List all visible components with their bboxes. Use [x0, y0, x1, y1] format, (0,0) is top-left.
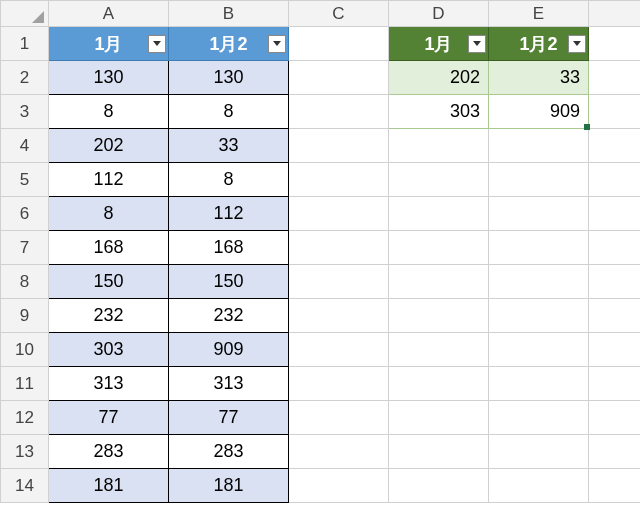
cell[interactable] — [389, 401, 489, 435]
row-header[interactable]: 13 — [1, 435, 49, 469]
cell[interactable] — [289, 27, 389, 61]
cell[interactable]: 8 — [169, 163, 289, 197]
row-header[interactable]: 11 — [1, 367, 49, 401]
cell[interactable]: 202 — [389, 61, 489, 95]
cell[interactable]: 303 — [49, 333, 169, 367]
row-header[interactable]: 8 — [1, 265, 49, 299]
cell[interactable]: 8 — [49, 95, 169, 129]
cell[interactable] — [489, 265, 589, 299]
cell[interactable] — [489, 163, 589, 197]
row-header[interactable]: 5 — [1, 163, 49, 197]
cell[interactable]: 168 — [49, 231, 169, 265]
cell[interactable] — [589, 265, 641, 299]
cell[interactable] — [489, 129, 589, 163]
col-header-C[interactable]: C — [289, 1, 389, 27]
cell[interactable] — [389, 469, 489, 503]
select-all-corner[interactable] — [0, 0, 48, 26]
cell[interactable]: 130 — [169, 61, 289, 95]
cell[interactable]: 150 — [49, 265, 169, 299]
filter-dropdown-icon[interactable] — [468, 35, 486, 53]
cell[interactable] — [289, 197, 389, 231]
cell[interactable]: 1月 — [389, 27, 489, 61]
cell[interactable]: 181 — [169, 469, 289, 503]
cell[interactable] — [289, 129, 389, 163]
cell[interactable]: 150 — [169, 265, 289, 299]
row-header[interactable]: 1 — [1, 27, 49, 61]
cell[interactable]: 33 — [489, 61, 589, 95]
row-header[interactable]: 9 — [1, 299, 49, 333]
cell[interactable] — [589, 197, 641, 231]
row-header[interactable]: 4 — [1, 129, 49, 163]
cell[interactable] — [289, 469, 389, 503]
cell[interactable]: 283 — [49, 435, 169, 469]
cell[interactable]: 181 — [49, 469, 169, 503]
cell[interactable] — [289, 163, 389, 197]
cell[interactable] — [489, 333, 589, 367]
row-header[interactable]: 12 — [1, 401, 49, 435]
cell[interactable] — [589, 27, 641, 61]
row-header[interactable]: 10 — [1, 333, 49, 367]
cell[interactable]: 1月2 — [169, 27, 289, 61]
cell[interactable] — [389, 299, 489, 333]
cell[interactable] — [589, 61, 641, 95]
cell[interactable]: 168 — [169, 231, 289, 265]
cell[interactable]: 1月2 — [489, 27, 589, 61]
cell[interactable]: 909 — [169, 333, 289, 367]
cell[interactable] — [589, 367, 641, 401]
spreadsheet[interactable]: ABCDE11月1月21月1月2213013020233388303909420… — [0, 0, 640, 512]
cell[interactable] — [489, 299, 589, 333]
cell[interactable] — [589, 333, 641, 367]
col-header-D[interactable]: D — [389, 1, 489, 27]
cell[interactable] — [489, 367, 589, 401]
cell[interactable] — [389, 333, 489, 367]
cell[interactable]: 112 — [169, 197, 289, 231]
cell[interactable] — [389, 163, 489, 197]
cell[interactable]: 909 — [489, 95, 589, 129]
row-header[interactable]: 14 — [1, 469, 49, 503]
cell[interactable]: 313 — [49, 367, 169, 401]
cell[interactable] — [589, 401, 641, 435]
cell[interactable]: 8 — [49, 197, 169, 231]
cell[interactable]: 1月 — [49, 27, 169, 61]
cell[interactable] — [289, 61, 389, 95]
cell[interactable]: 130 — [49, 61, 169, 95]
col-header-A[interactable]: A — [49, 1, 169, 27]
cell[interactable]: 77 — [49, 401, 169, 435]
cell[interactable] — [489, 197, 589, 231]
cell[interactable]: 112 — [49, 163, 169, 197]
cell[interactable]: 232 — [169, 299, 289, 333]
cell[interactable] — [489, 401, 589, 435]
cell[interactable]: 313 — [169, 367, 289, 401]
cell[interactable]: 202 — [49, 129, 169, 163]
cell[interactable]: 283 — [169, 435, 289, 469]
row-header[interactable]: 3 — [1, 95, 49, 129]
cell[interactable] — [389, 435, 489, 469]
row-header[interactable]: 6 — [1, 197, 49, 231]
cell[interactable] — [389, 129, 489, 163]
cell[interactable] — [589, 299, 641, 333]
cell[interactable] — [489, 435, 589, 469]
cell[interactable] — [589, 163, 641, 197]
cell[interactable]: 232 — [49, 299, 169, 333]
cell[interactable] — [289, 435, 389, 469]
cell[interactable] — [589, 129, 641, 163]
cell[interactable] — [489, 231, 589, 265]
cell[interactable]: 33 — [169, 129, 289, 163]
cell[interactable]: 8 — [169, 95, 289, 129]
filter-dropdown-icon[interactable] — [148, 35, 166, 53]
cell[interactable] — [289, 265, 389, 299]
cell[interactable] — [389, 265, 489, 299]
filter-dropdown-icon[interactable] — [268, 35, 286, 53]
cell[interactable] — [389, 197, 489, 231]
col-header-E[interactable]: E — [489, 1, 589, 27]
cell[interactable] — [589, 95, 641, 129]
cell[interactable] — [289, 367, 389, 401]
filter-dropdown-icon[interactable] — [568, 35, 586, 53]
cell[interactable] — [389, 231, 489, 265]
cell[interactable] — [589, 435, 641, 469]
cell[interactable] — [289, 299, 389, 333]
cell[interactable] — [589, 231, 641, 265]
row-header[interactable]: 7 — [1, 231, 49, 265]
cell[interactable] — [289, 231, 389, 265]
cell[interactable]: 303 — [389, 95, 489, 129]
